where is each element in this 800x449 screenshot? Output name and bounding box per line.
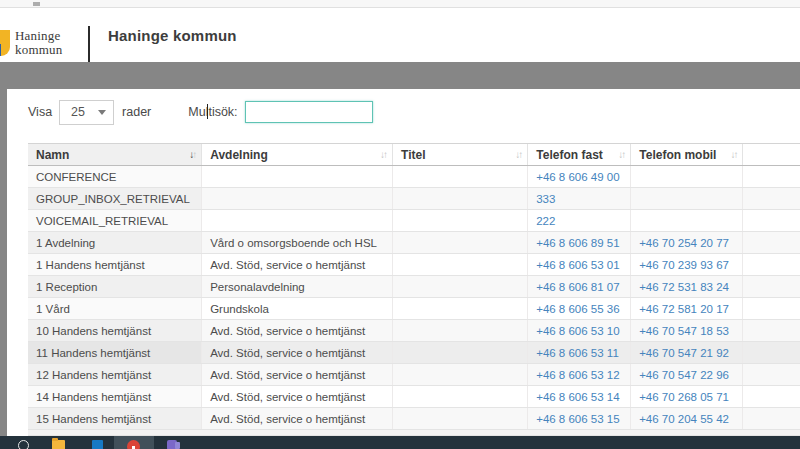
cell-telefon-mobil — [631, 188, 743, 209]
cell-telefon-fast: +46 8 606 53 15 — [528, 408, 631, 429]
cell-titel — [393, 298, 528, 319]
cell-telefon-mobil: +46 70 204 55 42 — [631, 408, 743, 429]
table-row[interactable]: 14 Handens hemtjänstAvd. Stöd, service o… — [28, 386, 800, 408]
cell-clipped — [743, 232, 800, 253]
table-row[interactable]: 1 Handens hemtjänstAvd. Stöd, service o … — [28, 254, 800, 276]
cell-titel — [393, 254, 528, 275]
phone-link[interactable]: +46 8 606 53 12 — [536, 369, 619, 381]
chrome-icon[interactable] — [127, 440, 140, 449]
blue-app-icon[interactable] — [92, 440, 103, 449]
cell-avdelning: Avd. Stöd, service o hemtjänst — [202, 364, 393, 385]
phone-link[interactable]: +46 8 606 89 51 — [536, 237, 619, 249]
table-row[interactable]: 1 VårdGrundskola+46 8 606 55 36+46 72 58… — [28, 298, 800, 320]
cell-clipped — [743, 408, 800, 429]
column-label: Avdelning — [210, 148, 268, 162]
cell-titel — [393, 166, 528, 187]
search-input[interactable] — [245, 101, 373, 123]
cell-telefon-mobil: +46 70 268 05 71 — [631, 386, 743, 407]
phone-link[interactable]: +46 8 606 53 14 — [536, 391, 619, 403]
column-header-telefon-fast[interactable]: Telefon fast↓↑ — [528, 144, 631, 165]
cell-namn: 12 Handens hemtjänst — [28, 364, 202, 385]
teams-icon[interactable] — [167, 440, 177, 449]
table-row[interactable]: 11 Handens hemtjänstAvd. Stöd, service o… — [28, 342, 800, 364]
windows-taskbar — [0, 436, 800, 449]
cell-clipped — [743, 276, 800, 297]
table-row[interactable]: VOICEMAIL_RETRIEVAL222 — [28, 210, 800, 232]
cell-clipped — [743, 342, 800, 363]
cell-clipped — [743, 386, 800, 407]
column-header-titel[interactable]: Titel↓↑ — [393, 144, 528, 165]
cell-avdelning: Avd. Stöd, service o hemtjänst — [202, 342, 393, 363]
table-row[interactable]: 1 AvdelningVård o omsorgsboende och HSL+… — [28, 232, 800, 254]
table-row[interactable]: 15 Handens hemtjänstAvd. Stöd, service o… — [28, 408, 800, 430]
cell-namn: 11 Handens hemtjänst — [28, 342, 202, 363]
column-label: Titel — [401, 148, 425, 162]
cell-titel — [393, 210, 528, 231]
table-row[interactable]: CONFERENCE+46 8 606 49 00 — [28, 166, 800, 188]
cell-namn: 1 Vård — [28, 298, 202, 319]
cell-telefon-mobil: +46 72 531 83 24 — [631, 276, 743, 297]
phone-link[interactable]: +46 70 547 22 96 — [639, 369, 729, 381]
cell-telefon-fast: +46 8 606 89 51 — [528, 232, 631, 253]
sort-icon: ↓↑ — [515, 149, 521, 160]
search-icon[interactable] — [18, 440, 29, 449]
cell-clipped — [743, 210, 800, 231]
logo[interactable]: Haninge kommun — [0, 27, 62, 59]
folder-icon[interactable] — [52, 440, 65, 449]
cell-telefon-fast: +46 8 606 53 01 — [528, 254, 631, 275]
cell-telefon-mobil — [631, 210, 743, 231]
cell-titel — [393, 232, 528, 253]
cell-telefon-mobil — [631, 166, 743, 187]
cell-titel — [393, 320, 528, 341]
column-header-namn[interactable]: Namn↓↑ — [28, 144, 202, 165]
cell-namn: 15 Handens hemtjänst — [28, 408, 202, 429]
cell-titel — [393, 364, 528, 385]
logo-line2: kommun — [15, 43, 62, 57]
table-row[interactable]: GROUP_INBOX_RETRIEVAL333 — [28, 188, 800, 210]
header-divider — [88, 26, 90, 62]
clipped-text-artifact — [33, 2, 40, 6]
column-header-avdelning[interactable]: Avdelning↓↑ — [202, 144, 393, 165]
phone-link[interactable]: +46 72 531 83 24 — [639, 281, 729, 293]
phone-link[interactable]: +46 8 606 55 36 — [536, 303, 619, 315]
column-header-telefon-mobil[interactable]: Telefon mobil↓↑ — [631, 144, 743, 165]
table-row[interactable]: 12 Handens hemtjänstAvd. Stöd, service o… — [28, 364, 800, 386]
municipality-shield-icon — [0, 30, 10, 56]
phone-link[interactable]: +46 8 606 53 01 — [536, 259, 619, 271]
table-row[interactable]: 1 ReceptionPersonalavdelning+46 8 606 81… — [28, 276, 800, 298]
logo-line1: Haninge — [15, 29, 62, 43]
phone-link[interactable]: +46 8 606 81 07 — [536, 281, 619, 293]
page-title: Haninge kommun — [108, 9, 237, 62]
cell-namn: 10 Handens hemtjänst — [28, 320, 202, 341]
text-caret — [207, 104, 208, 119]
phone-link[interactable]: +46 8 606 53 15 — [536, 413, 619, 425]
cell-titel — [393, 276, 528, 297]
phone-link[interactable]: +46 70 254 20 77 — [639, 237, 729, 249]
phone-link[interactable]: +46 70 547 21 92 — [639, 347, 729, 359]
phone-link[interactable]: +46 70 204 55 42 — [639, 413, 729, 425]
cell-telefon-mobil: +46 70 239 93 67 — [631, 254, 743, 275]
table-row[interactable]: 10 Handens hemtjänstAvd. Stöd, service o… — [28, 320, 800, 342]
cell-avdelning — [202, 188, 393, 209]
cell-avdelning: Avd. Stöd, service o hemtjänst — [202, 408, 393, 429]
phone-link[interactable]: +46 8 606 53 11 — [536, 347, 619, 359]
cell-clipped — [743, 364, 800, 385]
site-header: Haninge kommun Haninge kommun — [0, 9, 800, 62]
phone-link[interactable]: +46 8 606 49 00 — [536, 171, 619, 183]
cell-telefon-mobil: +46 70 547 18 53 — [631, 320, 743, 341]
cell-titel — [393, 342, 528, 363]
cell-telefon-fast: 222 — [528, 210, 631, 231]
phone-link[interactable]: +46 70 239 93 67 — [639, 259, 729, 271]
phone-link[interactable]: 333 — [536, 193, 555, 205]
phone-link[interactable]: +46 70 268 05 71 — [639, 391, 729, 403]
phone-link[interactable]: 222 — [536, 215, 555, 227]
cell-telefon-fast: +46 8 606 81 07 — [528, 276, 631, 297]
page-size-select[interactable]: 25 — [59, 100, 114, 125]
left-rail — [0, 89, 7, 436]
phone-link[interactable]: +46 8 606 53 10 — [536, 325, 619, 337]
cell-namn: 1 Handens hemtjänst — [28, 254, 202, 275]
phone-link[interactable]: +46 70 547 18 53 — [639, 325, 729, 337]
sort-icon: ↓↑ — [380, 149, 386, 160]
phone-link[interactable]: +46 72 581 20 17 — [639, 303, 729, 315]
visa-label: Visa — [28, 105, 52, 119]
